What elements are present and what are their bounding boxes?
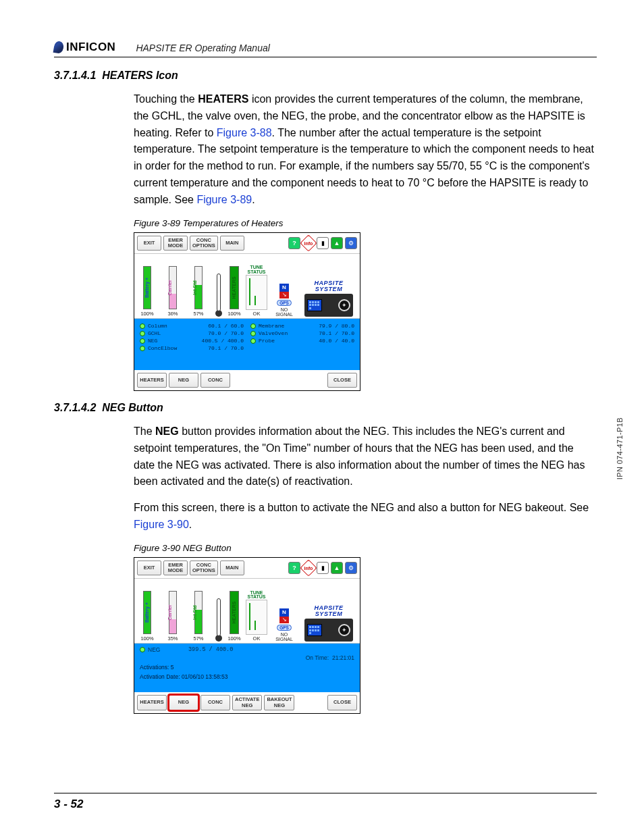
- exit-button[interactable]: EXIT: [137, 561, 161, 576]
- battery-gauge: Battery + 100%: [137, 591, 157, 642]
- gauges-row: Battery + 100% Carrier 36% Int Std 57% H…: [134, 254, 360, 319]
- bakeout-neg-button[interactable]: BAKEOUT NEG: [264, 695, 294, 710]
- gear-icon[interactable]: ⚙: [345, 237, 357, 249]
- heaters-tab-button[interactable]: HEATERS: [137, 695, 167, 710]
- device-icon: ✦: [304, 294, 353, 317]
- battery-value: 100%: [140, 635, 153, 642]
- battery-icon[interactable]: ▮: [317, 562, 329, 574]
- section-number: 3.7.1.4.2: [54, 402, 96, 413]
- top-toolbar: EXIT EMER MODE CONC OPTIONS MAIN ? info …: [134, 558, 360, 579]
- exit-button[interactable]: EXIT: [137, 236, 161, 251]
- main-button[interactable]: MAIN: [220, 561, 244, 576]
- heaters-tab-button[interactable]: HEATERS: [137, 373, 167, 388]
- row-column: Column60.1 / 60.0: [140, 323, 244, 329]
- conc-tab-button[interactable]: CONC: [200, 373, 230, 388]
- status-dot-icon: [140, 331, 145, 336]
- tune-status-block: TUNESTATUS OK: [245, 591, 268, 642]
- tune-ok-label: OK: [253, 635, 261, 642]
- signal-block: N↘ GPS NOSIGNAL: [273, 608, 295, 642]
- brand-text: INFICON: [66, 41, 115, 54]
- screenshot-neg: EXIT EMER MODE CONC OPTIONS MAIN ? info …: [134, 557, 360, 714]
- link-figure-3-88[interactable]: Figure 3-88: [217, 127, 272, 138]
- heaters-value: 100%: [227, 635, 240, 642]
- neg-temp-row: NEG 399.5 / 400.0: [140, 646, 354, 653]
- carrier-gauge: Carrier 35%: [163, 591, 183, 642]
- status-dot-icon: [140, 323, 145, 329]
- screenshot-heaters: EXIT EMER MODE CONC OPTIONS MAIN ? info …: [134, 232, 360, 392]
- brand-logo: INFICON: [54, 41, 115, 54]
- spectrum-icon: [246, 600, 267, 635]
- status-dot-icon: [250, 323, 256, 329]
- ipn-label: IPN 074-471-P1B: [616, 417, 624, 479]
- heaters-value: 100%: [227, 311, 240, 317]
- section-heading-neg: 3.7.1.4.2 NEG Button: [54, 402, 597, 414]
- row-valveoven: ValveOven70.1 / 70.0: [250, 330, 354, 336]
- gauges-row: Battery + 100% Carrier 35% Int Std 57% H…: [134, 579, 360, 644]
- neg-activations: Activations: 5: [140, 664, 354, 671]
- logo-mark-icon: [53, 41, 65, 54]
- intstd-value: 57%: [193, 635, 203, 642]
- link-figure-3-89[interactable]: Figure 3-89: [196, 194, 252, 205]
- neg-activation-date: Activation Date: 01/06/10 13:58:53: [140, 673, 354, 680]
- close-button[interactable]: CLOSE: [327, 695, 357, 710]
- carrier-value: 36%: [167, 311, 178, 317]
- neg-paragraph-2: From this screen, there is a button to a…: [134, 500, 597, 533]
- link-figure-3-90[interactable]: Figure 3-90: [134, 519, 189, 530]
- neg-tab-button[interactable]: NEG: [169, 373, 198, 388]
- row-probe: Probe40.0 / 40.0: [250, 338, 354, 344]
- compass-icon: N↘: [279, 284, 289, 298]
- emer-mode-button[interactable]: EMER MODE: [163, 236, 188, 251]
- spectrum-icon: [246, 275, 267, 310]
- manual-title: HAPSITE ER Operating Manual: [136, 43, 269, 54]
- hapsite-system-block: HAPSITESYSTEM ✦: [300, 605, 357, 642]
- intstd-gauge: Int Std 57%: [188, 266, 209, 317]
- conc-options-button[interactable]: CONC OPTIONS: [190, 561, 218, 576]
- heaters-data-area: Column60.1 / 60.0 GCHL70.0 / 70.0 NEG400…: [134, 319, 360, 370]
- status-dot-icon: [250, 338, 256, 344]
- hapsite-system-block: HAPSITESYSTEM ✦: [300, 280, 357, 317]
- section-title: NEG Button: [102, 402, 163, 413]
- help-icon[interactable]: ?: [288, 237, 300, 249]
- compass-icon: N↘: [279, 608, 289, 623]
- battery-gauge: Battery + 100%: [137, 266, 157, 317]
- close-button[interactable]: CLOSE: [327, 373, 357, 388]
- thermometer-icon: [214, 598, 223, 642]
- neg-tab-button-highlighted[interactable]: NEG: [169, 695, 198, 710]
- info-icon[interactable]: info: [300, 559, 317, 576]
- section-number: 3.7.1.4.1: [54, 70, 96, 81]
- carrier-value: 35%: [167, 635, 178, 642]
- heaters-col-left: Column60.1 / 60.0 GCHL70.0 / 70.0 NEG400…: [140, 323, 244, 351]
- activate-neg-button[interactable]: ACTIVATE NEG: [232, 695, 262, 710]
- status-green-icon[interactable]: ▲: [331, 562, 343, 574]
- row-neg: NEG400.5 / 400.0: [140, 338, 244, 344]
- heaters-gauge[interactable]: HEATERS 100%: [229, 266, 240, 317]
- page-header: INFICON HAPSITE ER Operating Manual: [54, 41, 597, 57]
- row-membrane: Membrane79.9 / 80.0: [250, 323, 354, 329]
- heaters-gauge[interactable]: HEATERS 100%: [229, 591, 240, 642]
- info-icon[interactable]: info: [300, 234, 317, 251]
- device-icon: ✦: [304, 619, 353, 642]
- status-dot-icon: [250, 331, 256, 336]
- status-dot-icon: [140, 647, 145, 652]
- emer-mode-button[interactable]: EMER MODE: [163, 561, 188, 576]
- battery-icon[interactable]: ▮: [317, 237, 329, 249]
- intstd-value: 57%: [193, 311, 203, 317]
- figure-3-90-caption: Figure 3-90 NEG Button: [134, 543, 597, 553]
- conc-tab-button[interactable]: CONC: [200, 695, 230, 710]
- status-dot-icon: [140, 338, 145, 344]
- gps-pill: GPS: [277, 625, 292, 631]
- help-icon[interactable]: ?: [288, 562, 300, 574]
- heaters-col-right: Membrane79.9 / 80.0 ValveOven70.1 / 70.0…: [250, 323, 354, 351]
- conc-options-button[interactable]: CONC OPTIONS: [190, 236, 218, 251]
- battery-value: 100%: [140, 311, 153, 317]
- status-dot-icon: [140, 346, 145, 351]
- section-heading-heaters: 3.7.1.4.1 HEATERS Icon: [54, 70, 597, 82]
- row-concelbow: ConcElbow70.1 / 70.0: [140, 345, 244, 351]
- intstd-gauge: Int Std 57%: [188, 591, 209, 642]
- toolbar-icons: ? info ▮ ▲ ⚙: [288, 236, 357, 251]
- tune-status-block: TUNESTATUS OK: [245, 265, 268, 317]
- main-button[interactable]: MAIN: [220, 236, 244, 251]
- carrier-gauge: Carrier 36%: [163, 266, 183, 317]
- gear-icon[interactable]: ⚙: [345, 562, 357, 574]
- status-green-icon[interactable]: ▲: [331, 237, 343, 249]
